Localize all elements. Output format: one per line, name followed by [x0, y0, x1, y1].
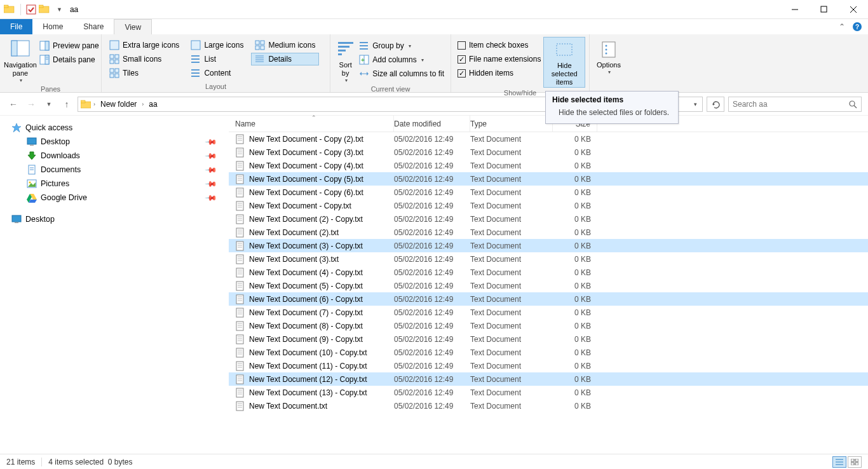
- file-name: New Text Document (6) - Copy.txt: [249, 295, 363, 304]
- add-columns-button[interactable]: +Add columns▾: [356, 53, 447, 66]
- tab-view[interactable]: View: [114, 19, 152, 34]
- options-button[interactable]: Options ▾: [593, 37, 624, 76]
- file-row[interactable]: New Text Document - Copy (6).txt05/02/20…: [229, 186, 868, 199]
- file-row[interactable]: New Text Document (2).txt05/02/2016 12:4…: [229, 226, 868, 239]
- file-type: Text Document: [470, 388, 553, 397]
- pin-icon: 📌: [205, 163, 218, 177]
- file-row[interactable]: New Text Document - Copy (5).txt05/02/20…: [229, 172, 868, 186]
- up-button[interactable]: ↑: [60, 97, 74, 111]
- group-by-button[interactable]: Group by▾: [356, 39, 447, 52]
- navigation-pane-button[interactable]: Navigation pane ▾: [4, 37, 37, 84]
- tab-file[interactable]: File: [0, 19, 32, 34]
- preview-pane-icon: [39, 41, 50, 51]
- file-name: New Text Document - Copy (3).txt: [249, 148, 363, 157]
- pin-icon: 📌: [205, 177, 218, 191]
- file-name: New Text Document (4) - Copy.txt: [249, 268, 363, 277]
- tree-quick-access[interactable]: Quick access: [9, 121, 229, 135]
- file-row[interactable]: New Text Document (10) - Copy.txt05/02/2…: [229, 346, 868, 359]
- close-button[interactable]: [839, 0, 868, 19]
- file-row[interactable]: New Text Document - Copy (4).txt05/02/20…: [229, 159, 868, 172]
- file-date: 05/02/2016 12:49: [394, 148, 470, 157]
- column-header-name[interactable]: Name⌃: [229, 116, 394, 132]
- ribbon-collapse-icon[interactable]: ⌃: [839, 22, 845, 31]
- tab-share[interactable]: Share: [73, 19, 114, 34]
- file-row[interactable]: New Text Document (3) - Copy.txt05/02/20…: [229, 239, 868, 252]
- refresh-button[interactable]: [707, 97, 724, 112]
- tree-desktop[interactable]: Desktop📌: [9, 135, 229, 149]
- tab-home[interactable]: Home: [32, 19, 73, 34]
- tree-downloads[interactable]: Downloads📌: [9, 149, 229, 163]
- layout-large-icons[interactable]: Large icons: [187, 39, 247, 51]
- recent-locations-dropdown[interactable]: ▼: [42, 97, 56, 111]
- layout-list[interactable]: List: [187, 53, 247, 65]
- refresh-icon: [711, 100, 720, 109]
- address-dropdown-icon[interactable]: ▾: [690, 101, 701, 107]
- tree-documents[interactable]: Documents📌: [9, 163, 229, 177]
- text-file-icon: [235, 254, 245, 264]
- file-row[interactable]: New Text Document (6) - Copy.txt05/02/20…: [229, 292, 868, 306]
- tree-pictures[interactable]: Pictures📌: [9, 177, 229, 191]
- breadcrumb-segment[interactable]: aa: [146, 100, 159, 109]
- column-header-date[interactable]: Date modified: [394, 116, 470, 132]
- file-type: Text Document: [470, 215, 553, 224]
- layout-extra-large-icons[interactable]: Extra large icons: [105, 39, 183, 51]
- file-size: 0 KB: [553, 135, 597, 144]
- file-row[interactable]: New Text Document (9) - Copy.txt05/02/20…: [229, 332, 868, 346]
- help-icon[interactable]: ?: [853, 22, 862, 31]
- file-row[interactable]: New Text Document (2) - Copy.txt05/02/20…: [229, 212, 868, 226]
- size-columns-button[interactable]: Size all columns to fit: [356, 67, 447, 80]
- file-row[interactable]: New Text Document (3).txt05/02/2016 12:4…: [229, 252, 868, 266]
- file-name-extensions-toggle[interactable]: ✓File name extensions: [455, 53, 543, 65]
- qat-properties-icon[interactable]: [26, 4, 36, 15]
- file-row[interactable]: New Text Document - Copy (3).txt05/02/20…: [229, 146, 868, 159]
- qat-newfolder-icon[interactable]: [39, 4, 50, 15]
- file-row[interactable]: New Text Document.txt05/02/2016 12:49Tex…: [229, 399, 868, 412]
- file-row[interactable]: New Text Document (5) - Copy.txt05/02/20…: [229, 279, 868, 292]
- forward-button[interactable]: →: [24, 97, 38, 111]
- view-large-icons-button[interactable]: [848, 456, 862, 468]
- file-row[interactable]: New Text Document (8) - Copy.txt05/02/20…: [229, 319, 868, 332]
- file-row[interactable]: New Text Document - Copy.txt05/02/2016 1…: [229, 199, 868, 212]
- preview-pane-button[interactable]: Preview pane: [37, 39, 102, 52]
- file-size: 0 KB: [553, 322, 597, 330]
- file-row[interactable]: New Text Document (4) - Copy.txt05/02/20…: [229, 266, 868, 279]
- back-button[interactable]: ←: [6, 97, 20, 111]
- file-size: 0 KB: [553, 215, 597, 224]
- file-row[interactable]: New Text Document (12) - Copy.txt05/02/2…: [229, 372, 868, 386]
- layout-details[interactable]: Details: [251, 53, 319, 65]
- tree-google-drive[interactable]: Google Drive📌: [9, 191, 229, 205]
- file-size: 0 KB: [553, 402, 597, 411]
- layout-medium-icons[interactable]: Medium icons: [251, 39, 319, 51]
- column-header-type[interactable]: Type: [470, 116, 553, 132]
- file-size: 0 KB: [553, 161, 597, 170]
- chevron-right-icon[interactable]: ›: [140, 101, 145, 107]
- layout-small-icons[interactable]: Small icons: [105, 53, 183, 65]
- chevron-right-icon[interactable]: ›: [92, 101, 97, 107]
- file-row[interactable]: New Text Document (13) - Copy.txt05/02/2…: [229, 386, 868, 399]
- file-row[interactable]: New Text Document (7) - Copy.txt05/02/20…: [229, 306, 868, 319]
- file-name: New Text Document - Copy (2).txt: [249, 135, 363, 144]
- tree-desktop-2[interactable]: Desktop: [9, 212, 229, 226]
- view-details-button[interactable]: [832, 456, 846, 468]
- file-row[interactable]: New Text Document - Copy (2).txt05/02/20…: [229, 132, 868, 146]
- details-pane-button[interactable]: Details pane: [37, 53, 102, 66]
- file-name: New Text Document (7) - Copy.txt: [249, 308, 363, 317]
- file-row[interactable]: New Text Document (11) - Copy.txt05/02/2…: [229, 359, 868, 372]
- breadcrumb-segment[interactable]: New folder: [98, 100, 139, 109]
- layout-tiles[interactable]: Tiles: [105, 67, 183, 79]
- file-name: New Text Document - Copy (4).txt: [249, 161, 363, 170]
- hidden-items-toggle[interactable]: ✓Hidden items: [455, 67, 543, 79]
- details-pane-icon: [39, 55, 50, 65]
- layout-content[interactable]: Content: [187, 67, 247, 79]
- qat-customize-dropdown[interactable]: ▼: [53, 6, 66, 13]
- hide-selected-items-button[interactable]: Hide selected items: [543, 37, 585, 88]
- item-check-boxes-toggle[interactable]: Item check boxes: [455, 39, 543, 51]
- search-input[interactable]: Search aa: [728, 97, 862, 112]
- hide-selected-icon: [554, 40, 574, 60]
- maximize-button[interactable]: [810, 0, 839, 19]
- sort-by-button[interactable]: Sort by ▾: [334, 37, 356, 84]
- file-type: Text Document: [470, 148, 553, 157]
- svg-rect-66: [855, 459, 858, 461]
- sort-icon: [336, 39, 356, 60]
- minimize-button[interactable]: [780, 0, 810, 19]
